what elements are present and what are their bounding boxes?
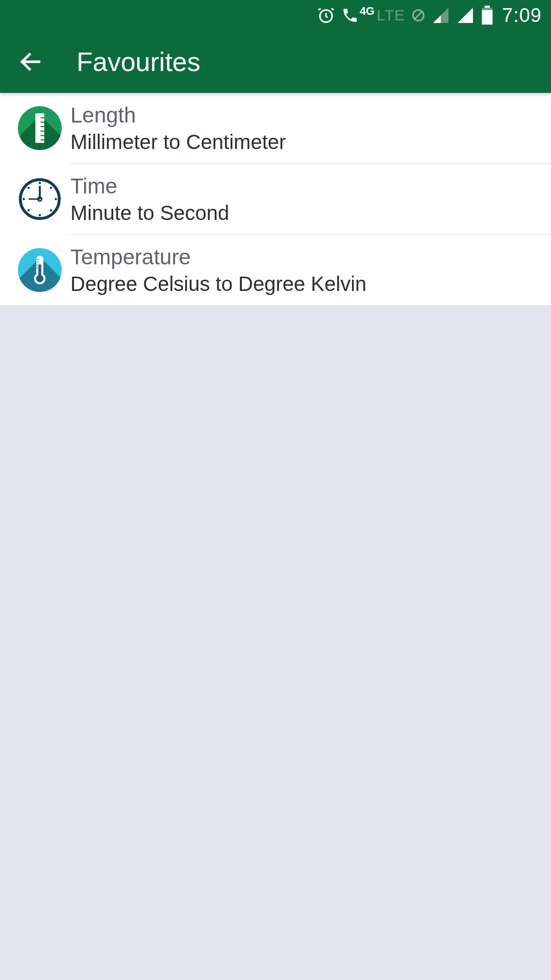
status-bar: 4G LTE 7:09 xyxy=(0,0,551,31)
clock-icon xyxy=(9,177,70,221)
svg-rect-2 xyxy=(485,6,490,8)
conversion-label: Degree Celsius to Degree Kelvin xyxy=(70,273,541,296)
status-time: 7:09 xyxy=(502,5,542,27)
conversion-label: Millimeter to Centimeter xyxy=(70,131,541,154)
svg-point-17 xyxy=(39,214,41,216)
svg-point-19 xyxy=(55,198,57,200)
battery-icon xyxy=(481,6,494,25)
category-label: Length xyxy=(70,103,541,128)
list-item[interactable]: Time Minute to Second xyxy=(0,164,551,234)
svg-point-16 xyxy=(39,182,41,184)
conversion-label: Minute to Second xyxy=(70,202,541,225)
alarm-icon xyxy=(317,6,335,24)
signal-2-icon xyxy=(456,6,474,24)
svg-rect-4 xyxy=(482,10,493,25)
svg-point-18 xyxy=(22,198,24,200)
category-label: Temperature xyxy=(70,245,541,270)
status-icons: 4G LTE xyxy=(317,6,494,25)
svg-point-22 xyxy=(28,187,30,189)
no-data-icon xyxy=(411,8,425,22)
list-item[interactable]: Temperature Degree Celsius to Degree Kel… xyxy=(0,235,551,305)
arrow-left-icon xyxy=(18,49,43,75)
app-bar: Favourites xyxy=(0,31,551,93)
lte-label: LTE xyxy=(377,7,405,24)
phone-icon xyxy=(341,7,359,24)
ruler-icon xyxy=(9,106,70,150)
favourites-list: Length Millimeter to Centimeter xyxy=(0,93,551,305)
page-title: Favourites xyxy=(77,46,201,77)
fourg-label: 4G xyxy=(360,5,374,18)
thermometer-icon xyxy=(9,248,70,292)
list-item[interactable]: Length Millimeter to Centimeter xyxy=(0,93,551,163)
svg-point-21 xyxy=(50,209,52,211)
svg-point-27 xyxy=(36,275,44,283)
svg-point-20 xyxy=(50,187,52,189)
category-label: Time xyxy=(70,174,541,199)
back-button[interactable] xyxy=(15,46,46,77)
svg-point-23 xyxy=(28,209,30,211)
signal-1-icon xyxy=(432,6,450,24)
